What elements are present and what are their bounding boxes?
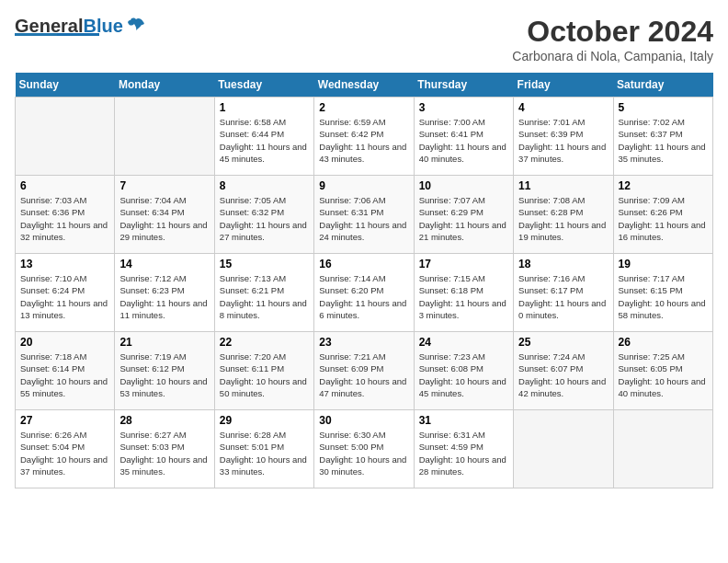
calendar-cell: 30Sunrise: 6:30 AM Sunset: 5:00 PM Dayli… [314,410,414,488]
calendar-cell [115,98,214,176]
day-info: Sunrise: 6:31 AM Sunset: 4:59 PM Dayligh… [419,429,508,477]
calendar-cell: 26Sunrise: 7:25 AM Sunset: 6:05 PM Dayli… [613,332,712,410]
day-number: 14 [119,258,209,270]
day-info: Sunrise: 7:12 AM Sunset: 6:23 PM Dayligh… [119,272,209,321]
day-number: 19 [619,258,708,270]
calendar-cell: 11Sunrise: 7:08 AM Sunset: 6:28 PM Dayli… [514,176,613,254]
weekday-header-thursday: Thursday [414,73,513,98]
day-number: 22 [220,336,309,349]
day-number: 15 [220,258,309,270]
day-info: Sunrise: 7:25 AM Sunset: 6:05 PM Dayligh… [619,350,708,399]
day-info: Sunrise: 7:13 AM Sunset: 6:21 PM Dayligh… [220,272,309,321]
day-info: Sunrise: 7:20 AM Sunset: 6:11 PM Dayligh… [220,350,309,399]
day-number: 3 [419,101,508,114]
calendar-cell: 17Sunrise: 7:15 AM Sunset: 6:18 PM Dayli… [414,254,513,332]
day-info: Sunrise: 6:30 AM Sunset: 5:00 PM Dayligh… [319,429,408,477]
day-number: 28 [119,414,209,427]
day-info: Sunrise: 7:08 AM Sunset: 6:28 PM Dayligh… [518,194,608,243]
weekday-header-monday: Monday [115,73,214,98]
calendar-cell: 23Sunrise: 7:21 AM Sunset: 6:09 PM Dayli… [314,332,414,410]
day-info: Sunrise: 7:03 AM Sunset: 6:36 PM Dayligh… [20,194,109,243]
day-number: 20 [20,336,109,349]
calendar-table: SundayMondayTuesdayWednesdayThursdayFrid… [15,73,713,488]
calendar-cell: 13Sunrise: 7:10 AM Sunset: 6:24 PM Dayli… [16,254,115,332]
calendar-cell: 8Sunrise: 7:05 AM Sunset: 6:32 PM Daylig… [214,176,313,254]
weekday-header-sunday: Sunday [16,73,115,98]
day-number: 1 [220,101,309,114]
logo-bird-icon [125,15,147,37]
day-number: 2 [319,101,408,114]
calendar-cell: 22Sunrise: 7:20 AM Sunset: 6:11 PM Dayli… [214,332,313,410]
calendar-cell: 12Sunrise: 7:09 AM Sunset: 6:26 PM Dayli… [613,176,712,254]
calendar-subtitle: Carbonara di Nola, Campania, Italy [512,49,713,63]
day-info: Sunrise: 7:00 AM Sunset: 6:41 PM Dayligh… [419,116,508,165]
day-info: Sunrise: 6:27 AM Sunset: 5:03 PM Dayligh… [119,429,209,477]
day-number: 24 [419,336,508,349]
day-number: 31 [419,414,508,427]
day-number: 25 [518,336,608,349]
day-number: 5 [619,101,708,114]
day-info: Sunrise: 6:59 AM Sunset: 6:42 PM Dayligh… [319,116,408,165]
day-number: 12 [619,179,708,192]
day-number: 21 [119,336,209,349]
day-number: 27 [20,414,109,427]
day-number: 13 [20,258,109,270]
day-number: 6 [20,179,109,192]
calendar-cell: 19Sunrise: 7:17 AM Sunset: 6:15 PM Dayli… [613,254,712,332]
calendar-cell: 2Sunrise: 6:59 AM Sunset: 6:42 PM Daylig… [314,98,414,176]
page-header: General Blue October 2024 Carbonara di N… [15,15,713,63]
calendar-week-row: 6Sunrise: 7:03 AM Sunset: 6:36 PM Daylig… [16,176,713,254]
weekday-header-friday: Friday [514,73,613,98]
day-info: Sunrise: 7:17 AM Sunset: 6:15 PM Dayligh… [619,272,708,321]
day-number: 23 [319,336,408,349]
weekday-header-saturday: Saturday [613,73,712,98]
calendar-cell: 25Sunrise: 7:24 AM Sunset: 6:07 PM Dayli… [514,332,613,410]
title-section: October 2024 Carbonara di Nola, Campania… [512,15,713,63]
calendar-cell: 24Sunrise: 7:23 AM Sunset: 6:08 PM Dayli… [414,332,513,410]
day-number: 26 [619,336,708,349]
day-number: 17 [419,258,508,270]
day-number: 10 [419,179,508,192]
calendar-week-row: 1Sunrise: 6:58 AM Sunset: 6:44 PM Daylig… [16,98,713,176]
calendar-cell: 31Sunrise: 6:31 AM Sunset: 4:59 PM Dayli… [414,410,513,488]
calendar-cell: 5Sunrise: 7:02 AM Sunset: 6:37 PM Daylig… [613,98,712,176]
day-info: Sunrise: 7:15 AM Sunset: 6:18 PM Dayligh… [419,272,508,321]
calendar-cell: 1Sunrise: 6:58 AM Sunset: 6:44 PM Daylig… [214,98,313,176]
day-info: Sunrise: 6:28 AM Sunset: 5:01 PM Dayligh… [220,429,309,477]
day-info: Sunrise: 7:02 AM Sunset: 6:37 PM Dayligh… [619,116,708,165]
day-info: Sunrise: 6:26 AM Sunset: 5:04 PM Dayligh… [20,429,109,477]
day-info: Sunrise: 7:04 AM Sunset: 6:34 PM Dayligh… [119,194,209,243]
calendar-title: October 2024 [512,15,713,49]
day-info: Sunrise: 7:07 AM Sunset: 6:29 PM Dayligh… [419,194,508,243]
calendar-cell: 10Sunrise: 7:07 AM Sunset: 6:29 PM Dayli… [414,176,513,254]
calendar-week-row: 20Sunrise: 7:18 AM Sunset: 6:14 PM Dayli… [16,332,713,410]
day-info: Sunrise: 7:16 AM Sunset: 6:17 PM Dayligh… [518,272,608,321]
weekday-header-row: SundayMondayTuesdayWednesdayThursdayFrid… [16,73,713,98]
day-info: Sunrise: 7:06 AM Sunset: 6:31 PM Dayligh… [319,194,408,243]
day-info: Sunrise: 7:23 AM Sunset: 6:08 PM Dayligh… [419,350,508,399]
day-number: 11 [518,179,608,192]
day-info: Sunrise: 7:18 AM Sunset: 6:14 PM Dayligh… [20,350,109,399]
day-number: 29 [220,414,309,427]
day-info: Sunrise: 7:09 AM Sunset: 6:26 PM Dayligh… [619,194,708,243]
weekday-header-wednesday: Wednesday [314,73,414,98]
calendar-cell: 28Sunrise: 6:27 AM Sunset: 5:03 PM Dayli… [115,410,214,488]
calendar-cell: 6Sunrise: 7:03 AM Sunset: 6:36 PM Daylig… [16,176,115,254]
day-info: Sunrise: 7:01 AM Sunset: 6:39 PM Dayligh… [518,116,608,165]
calendar-cell: 7Sunrise: 7:04 AM Sunset: 6:34 PM Daylig… [115,176,214,254]
calendar-cell: 18Sunrise: 7:16 AM Sunset: 6:17 PM Dayli… [514,254,613,332]
calendar-cell [514,410,613,488]
calendar-week-row: 13Sunrise: 7:10 AM Sunset: 6:24 PM Dayli… [16,254,713,332]
day-info: Sunrise: 7:19 AM Sunset: 6:12 PM Dayligh… [119,350,209,399]
calendar-cell: 4Sunrise: 7:01 AM Sunset: 6:39 PM Daylig… [514,98,613,176]
day-number: 16 [319,258,408,270]
day-number: 7 [119,179,209,192]
day-info: Sunrise: 7:14 AM Sunset: 6:20 PM Dayligh… [319,272,408,321]
calendar-cell: 14Sunrise: 7:12 AM Sunset: 6:23 PM Dayli… [115,254,214,332]
calendar-week-row: 27Sunrise: 6:26 AM Sunset: 5:04 PM Dayli… [16,410,713,488]
weekday-header-tuesday: Tuesday [214,73,313,98]
calendar-cell: 29Sunrise: 6:28 AM Sunset: 5:01 PM Dayli… [214,410,313,488]
calendar-cell: 27Sunrise: 6:26 AM Sunset: 5:04 PM Dayli… [16,410,115,488]
day-number: 8 [220,179,309,192]
calendar-cell: 9Sunrise: 7:06 AM Sunset: 6:31 PM Daylig… [314,176,414,254]
